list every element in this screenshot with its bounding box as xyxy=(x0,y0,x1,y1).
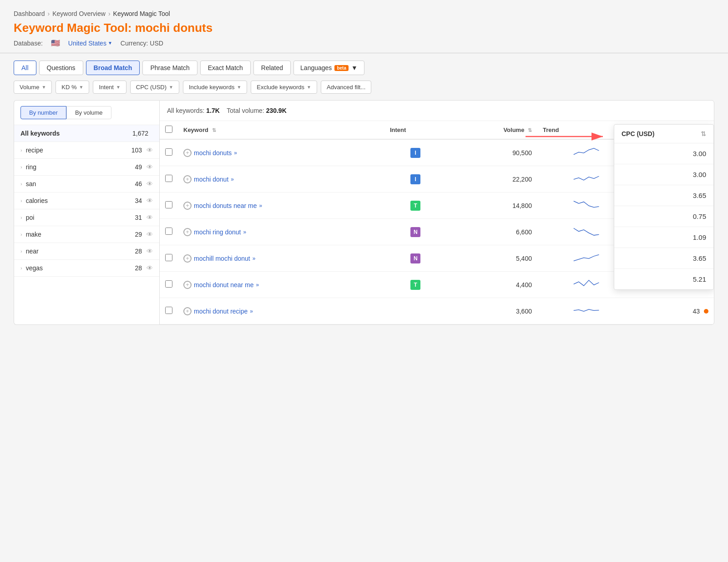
sidebar-item-make[interactable]: › make 29 👁 xyxy=(14,226,159,243)
keyword-link-3[interactable]: + mochi ring donut » xyxy=(183,228,379,236)
cpc-value-row-1: 3.00 xyxy=(614,164,713,185)
tab-questions[interactable]: Questions xyxy=(39,61,83,75)
cpc-overlay-title: CPC (USD) xyxy=(622,130,654,137)
row-checkbox-cell xyxy=(160,166,178,192)
sidebar-item-ring[interactable]: › ring 49 👁 xyxy=(14,159,159,176)
sidebar-item-near[interactable]: › near 28 👁 xyxy=(14,243,159,260)
filter-advanced-label: Advanced filt... xyxy=(327,84,365,91)
keyword-text-6: mochi donut recipe xyxy=(194,308,248,315)
sidebar-label-recipe: recipe xyxy=(26,147,131,154)
keyword-arrows-1: » xyxy=(231,176,234,182)
filter-exclude-label: Exclude keywords xyxy=(257,84,304,91)
keyword-link-4[interactable]: + mochill mochi donut » xyxy=(183,254,379,263)
intent-cell-2: T xyxy=(384,192,447,219)
breadcrumb-sep-1: › xyxy=(48,10,50,17)
kd-caret-icon: ▼ xyxy=(79,85,84,90)
keyword-cell-4: + mochill mochi donut » xyxy=(178,245,384,272)
keyword-link-0[interactable]: + mochi donuts » xyxy=(183,149,379,157)
trend-sparkline xyxy=(571,277,602,291)
sidebar-count-poi: 31 xyxy=(135,214,142,221)
intent-badge: T xyxy=(410,201,420,211)
sidebar-expand-icon-vegas: › xyxy=(20,265,22,271)
breadcrumb-dashboard[interactable]: Dashboard xyxy=(14,10,45,17)
filter-advanced[interactable]: Advanced filt... xyxy=(321,81,371,94)
filter-intent[interactable]: Intent ▼ xyxy=(93,81,126,94)
tab-phrase-match[interactable]: Phrase Match xyxy=(142,61,197,75)
chevron-down-icon: ▼ xyxy=(108,41,112,46)
sidebar-item-recipe[interactable]: › recipe 103 👁 xyxy=(14,142,159,159)
keyword-link-1[interactable]: + mochi donut » xyxy=(183,175,379,183)
trend-sparkline xyxy=(571,224,602,238)
eye-icon-make[interactable]: 👁 xyxy=(147,231,153,238)
sidebar-item-calories[interactable]: › calories 34 👁 xyxy=(14,192,159,209)
volume-cell-4: 5,400 xyxy=(447,245,537,272)
eye-icon-ring[interactable]: 👁 xyxy=(147,163,153,171)
intent-badge: T xyxy=(410,280,420,290)
view-by-volume-btn[interactable]: By volume xyxy=(66,106,111,119)
sidebar-expand-icon-make: › xyxy=(20,232,22,237)
filter-include-keywords[interactable]: Include keywords ▼ xyxy=(183,81,247,94)
database-country-link[interactable]: United States ▼ xyxy=(68,40,112,47)
keyword-plus-icon-1: + xyxy=(183,175,192,183)
keyword-link-6[interactable]: + mochi donut recipe » xyxy=(183,307,379,315)
row-checkbox-6[interactable] xyxy=(165,307,172,314)
breadcrumb: Dashboard › Keyword Overview › Keyword M… xyxy=(14,10,714,17)
tab-all[interactable]: All xyxy=(14,61,36,75)
database-country-text: United States xyxy=(68,40,106,47)
cpc-value-row-5: 3.65 xyxy=(614,248,713,269)
breadcrumb-current: Keyword Magic Tool xyxy=(113,10,170,17)
keyword-plus-icon-0: + xyxy=(183,149,192,157)
row-checkbox-5[interactable] xyxy=(165,280,172,288)
cpc-value-row-6: 5.21 xyxy=(614,269,713,289)
exclude-caret-icon: ▼ xyxy=(307,85,311,90)
eye-icon-calories[interactable]: 👁 xyxy=(147,197,153,204)
filter-kd[interactable]: KD % ▼ xyxy=(56,81,89,94)
tab-related[interactable]: Related xyxy=(253,61,291,75)
keyword-link-5[interactable]: + mochi donut near me » xyxy=(183,281,379,289)
eye-icon-recipe[interactable]: 👁 xyxy=(147,147,153,154)
row-checkbox-1[interactable] xyxy=(165,175,172,182)
view-by-number-btn[interactable]: By number xyxy=(20,106,66,119)
sidebar-item-all-keywords[interactable]: All keywords 1,672 xyxy=(14,125,159,142)
row-checkbox-cell xyxy=(160,192,178,219)
col-intent[interactable]: Intent xyxy=(384,121,447,139)
row-checkbox-4[interactable] xyxy=(165,254,172,261)
volume-cell-5: 4,400 xyxy=(447,272,537,298)
cpc-filter-icon[interactable]: ⇅ xyxy=(701,130,706,137)
eye-icon-near[interactable]: 👁 xyxy=(147,248,153,255)
tab-broad-match[interactable]: Broad Match xyxy=(86,61,140,75)
keyword-cell-2: + mochi donuts near me » xyxy=(178,192,384,219)
select-all-checkbox[interactable] xyxy=(165,126,172,133)
sidebar-item-poi[interactable]: › poi 31 👁 xyxy=(14,209,159,226)
eye-icon-san[interactable]: 👁 xyxy=(147,180,153,187)
col-volume[interactable]: Volume ⇅ xyxy=(447,121,537,139)
intent-cell-5: T xyxy=(384,272,447,298)
volume-cell-3: 6,600 xyxy=(447,219,537,245)
intent-cell-3: N xyxy=(384,219,447,245)
left-sidebar: By number By volume All keywords 1,672 ›… xyxy=(14,100,159,325)
filter-volume[interactable]: Volume ▼ xyxy=(14,81,52,94)
sidebar-all-keywords-count: 1,672 xyxy=(132,130,148,137)
keyword-link-2[interactable]: + mochi donuts near me » xyxy=(183,202,379,210)
tab-exact-match[interactable]: Exact Match xyxy=(200,61,251,75)
row-checkbox-2[interactable] xyxy=(165,201,172,208)
trend-sparkline xyxy=(571,251,602,264)
sidebar-count-ring: 49 xyxy=(135,163,142,171)
sidebar-item-vegas[interactable]: › vegas 28 👁 xyxy=(14,260,159,277)
eye-icon-vegas[interactable]: 👁 xyxy=(147,264,153,272)
keyword-plus-icon-2: + xyxy=(183,202,192,210)
row-checkbox-0[interactable] xyxy=(165,148,172,156)
filter-cpc[interactable]: CPC (USD) ▼ xyxy=(130,81,179,94)
sidebar-count-san: 46 xyxy=(135,180,142,187)
tab-languages[interactable]: Languages beta ▼ xyxy=(293,61,364,75)
breadcrumb-keyword-overview[interactable]: Keyword Overview xyxy=(52,10,106,17)
sidebar-expand-icon-near: › xyxy=(20,248,22,254)
sidebar-label-san: san xyxy=(26,180,135,187)
sidebar-item-san[interactable]: › san 46 👁 xyxy=(14,176,159,192)
eye-icon-poi[interactable]: 👁 xyxy=(147,214,153,221)
keyword-text-5: mochi donut near me xyxy=(194,281,254,289)
col-keyword[interactable]: Keyword ⇅ xyxy=(178,121,384,139)
row-checkbox-3[interactable] xyxy=(165,228,172,235)
filter-exclude-keywords[interactable]: Exclude keywords ▼ xyxy=(251,81,317,94)
row-checkbox-cell xyxy=(160,272,178,298)
